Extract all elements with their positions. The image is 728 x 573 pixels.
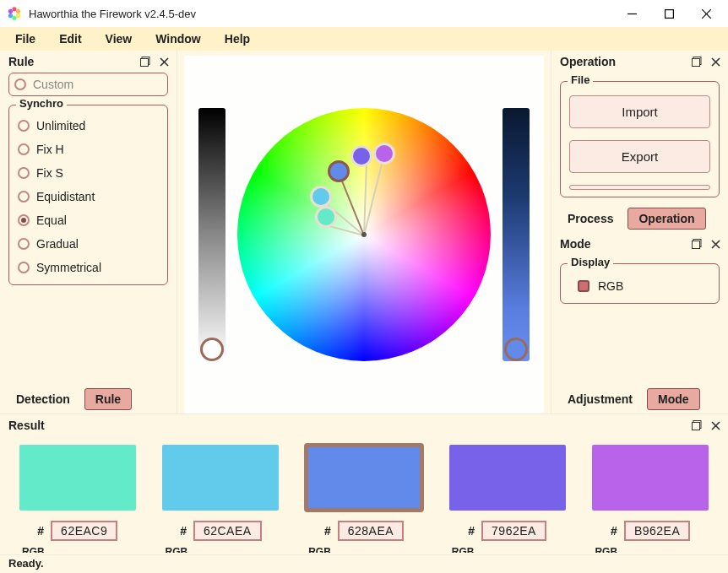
export-button[interactable]: Export [569,140,710,173]
synchro-option-unlimited[interactable]: Unlimited [14,114,162,138]
rgb-row-label: RGB [305,546,331,553]
hex-input[interactable]: B962EA [624,521,690,541]
result-panel-title: Result [8,419,686,432]
hash-label: # [468,524,475,538]
mode-panel-close-icon[interactable] [708,236,723,251]
hex-input[interactable]: 628AEA [338,521,404,541]
tab-operation[interactable]: Operation [627,208,705,230]
wheel-node[interactable] [310,186,332,208]
synchro-option-gradual[interactable]: Gradual [14,232,162,256]
left-tabs: Detection Rule [0,387,177,414]
radio-icon [18,262,30,273]
result-panel-close-icon[interactable] [708,418,723,433]
hash-label: # [324,524,331,538]
color-wheel[interactable] [237,108,491,361]
status-text: Ready. [8,557,44,570]
hex-input[interactable]: 62CAEA [193,521,262,541]
result-swatch-1: #62CAEARGB [162,445,280,553]
rule-panel-header: Rule [0,51,177,73]
menu-help[interactable]: Help [213,29,262,49]
menu-view[interactable]: View [94,29,144,49]
svg-rect-16 [693,59,700,67]
result-panel-float-icon[interactable] [689,418,704,433]
value-slider[interactable] [198,108,225,361]
hue-slider-handle[interactable] [504,338,528,361]
mode-panel-header: Mode [551,233,728,255]
left-column: Rule Custom Synchro UnlimitedFix HFix SE… [0,51,177,414]
tab-process[interactable]: Process [557,208,624,230]
radio-custom[interactable] [14,78,26,90]
result-swatch-0: #62EAC9RGB [19,445,137,553]
result-swatch-3: #7962EARGB [448,445,567,553]
synchro-option-fix-s[interactable]: Fix S [14,161,162,185]
synchro-option-equidistant[interactable]: Equidistant [14,185,162,208]
swatch-color[interactable] [449,445,566,511]
radio-icon [18,167,30,179]
swatch-color[interactable] [592,445,709,511]
rule-prior-groupbox: Custom [8,73,168,96]
operation-panel-float-icon[interactable] [689,54,704,69]
synchro-option-fix-h[interactable]: Fix H [14,138,162,161]
radio-icon [18,214,30,226]
mode-panel-float-icon[interactable] [689,236,704,251]
radio-custom-label: Custom [33,78,73,91]
right-column: Operation File Import Export Process Ope… [551,51,728,414]
file-groupbox: File Import Export [560,81,720,197]
close-button[interactable] [687,1,725,26]
display-legend: Display [568,256,613,268]
rgb-checkbox[interactable] [578,280,589,292]
hex-input[interactable]: 7962EA [481,521,546,541]
swatch-color[interactable] [306,445,422,511]
maximize-button[interactable] [650,1,687,26]
radio-icon [18,191,30,203]
hex-input[interactable]: 62EAC9 [51,521,117,541]
display-groupbox: Display RGB [560,263,720,304]
tab-rule[interactable]: Rule [84,388,132,410]
radio-icon [18,238,30,250]
svg-rect-12 [141,59,149,67]
svg-point-2 [16,14,20,18]
tab-detection[interactable]: Detection [5,388,81,410]
tab-mode[interactable]: Mode [647,388,700,410]
operation-panel-close-icon[interactable] [708,54,723,69]
result-swatch-2: #628AEARGB [305,445,423,553]
wheel-node[interactable] [328,160,350,182]
synchro-option-equal[interactable]: Equal [14,208,162,232]
menu-edit[interactable]: Edit [47,29,93,49]
swatch-color[interactable] [19,445,136,511]
rgb-row-label: RGB [591,546,617,553]
main-area: Rule Custom Synchro UnlimitedFix HFix SE… [0,51,728,414]
menu-window[interactable]: Window [144,29,213,49]
svg-rect-8 [665,9,673,18]
svg-point-1 [16,9,20,14]
synchro-option-symmetrical[interactable]: Symmetrical [14,256,162,279]
svg-point-0 [12,7,16,11]
wheel-node[interactable] [315,206,337,228]
hue-slider[interactable] [503,108,530,361]
extra-button[interactable] [569,185,710,190]
rule-panel-close-icon[interactable] [156,54,171,69]
hash-label: # [180,524,187,538]
result-panel-header: Result [0,414,728,436]
radio-label: Fix H [36,143,64,156]
swatch-color[interactable] [162,445,279,511]
rule-panel-float-icon[interactable] [138,54,153,69]
radio-label: Equidistant [36,190,95,203]
tab-adjustment[interactable]: Adjustment [557,388,644,410]
wheel-node[interactable] [373,143,395,165]
import-button[interactable]: Import [569,95,710,128]
rgb-row-label: RGB [448,546,475,553]
menubar: File Edit View Window Help [0,27,728,51]
rgb-row-label: RGB [19,546,45,553]
svg-point-6 [14,13,16,15]
menu-file[interactable]: File [3,29,47,49]
radio-label: Symmetrical [36,261,101,274]
svg-point-3 [12,16,16,20]
mode-panel-title: Mode [560,237,686,251]
value-slider-handle[interactable] [200,338,224,361]
rule-panel-title: Rule [8,55,134,68]
wheel-node[interactable] [350,145,372,167]
minimize-button[interactable] [613,1,650,26]
operation-tabs: Process Operation [551,206,728,233]
radio-label: Fix S [36,166,63,180]
